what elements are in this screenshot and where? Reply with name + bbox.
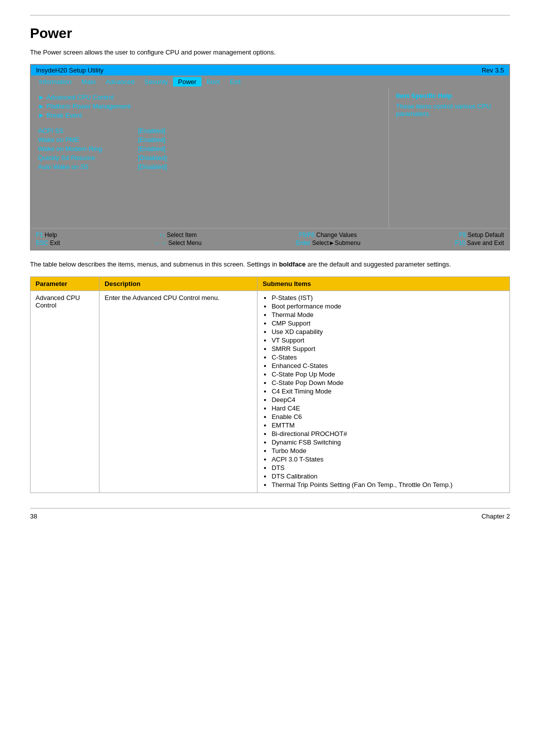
bios-setting-wake-modem[interactable]: Wake on Modem Ring [Enabled] <box>38 145 382 152</box>
setting-label: Quickly S4 Resume <box>38 154 138 162</box>
below-text: The table below describes the items, men… <box>30 260 510 270</box>
setting-value: [Disabled] <box>138 154 167 162</box>
f1-label: Help <box>44 232 57 238</box>
setting-label: Wake on Modem Ring <box>38 145 138 152</box>
list-item: Thermal Trip Points Setting (Fan On Temp… <box>272 481 504 488</box>
list-item: EMTTM <box>272 422 504 429</box>
list-item: Enable C6 <box>272 413 504 420</box>
setting-label: ACPI S3: <box>38 127 138 134</box>
f10-label: Save and Exit <box>467 240 504 246</box>
bios-setup-box: InsydeH20 Setup Utility Rev 3.5 Informat… <box>30 64 510 250</box>
f5f6-label: Change Values <box>316 232 357 238</box>
bios-nav-boot[interactable]: Boot <box>202 77 225 86</box>
bios-nav-power[interactable]: Power <box>173 77 202 86</box>
enter-key: Enter <box>296 240 312 246</box>
bios-nav-exit[interactable]: Exit <box>225 77 246 86</box>
intro-text: The Power screen allows the user to conf… <box>30 48 510 56</box>
arrow-icon: ► <box>38 112 44 119</box>
page-title: Power <box>30 26 510 42</box>
enter-label: Select►Submenu <box>312 240 360 246</box>
list-item: SMRR Support <box>272 345 504 352</box>
list-item: C-States <box>272 354 504 361</box>
bios-setting-wake-pme[interactable]: Wake on PME [Enabled] <box>38 136 382 144</box>
arrow-key: ↑↓ <box>159 232 166 238</box>
bios-nav-main[interactable]: Main <box>76 77 100 86</box>
bios-menu-break-event[interactable]: ► Break Event <box>38 112 382 119</box>
bios-nav-information[interactable]: Information <box>34 77 76 86</box>
bios-setting-acpi-s3[interactable]: ACPI S3: [Enabled] <box>38 127 382 134</box>
setting-label: Wake on PME <box>38 136 138 144</box>
param-cell: Advanced CPUControl <box>30 290 100 492</box>
footer-f1: F1 Help <box>36 232 57 238</box>
setting-value: [Enabled] <box>138 127 166 134</box>
col-header-parameter: Parameter <box>30 276 100 290</box>
bios-footer-line1: F1 Help ↑↓ Select Item F5/F6 Change Valu… <box>36 232 504 238</box>
bios-nav-bar: Information Main Advanced Security Power… <box>31 76 509 88</box>
chapter-label: Chapter 2 <box>482 512 510 520</box>
footer-f9: F9 Setup Default <box>459 232 504 238</box>
table-row: Advanced CPUControl Enter the Advanced C… <box>30 290 510 492</box>
arrow-icon: ► <box>38 94 44 101</box>
esc-key: ESC <box>36 240 50 246</box>
page-number: 38 <box>30 512 37 520</box>
list-item: Hard C4E <box>272 404 504 412</box>
list-item: C-State Pop Down Mode <box>272 379 504 386</box>
spacer <box>38 120 382 126</box>
bios-setting-auto-wake-s5[interactable]: Auto Wake on S5 [Disabled] <box>38 163 382 170</box>
f9-label: Setup Default <box>468 232 504 238</box>
footer-f5f6: F5/F6 Change Values <box>299 232 357 238</box>
top-rule <box>30 15 510 16</box>
list-item: ACPI 3.0 T-States <box>272 456 504 463</box>
lr-label: Select Menu <box>168 240 202 246</box>
bios-main-content: ► Advanced CPU Control ► Platform Power … <box>31 88 509 228</box>
footer-enter: Enter Select►Submenu <box>296 240 360 246</box>
list-item: P-States (IST) <box>272 294 504 302</box>
bios-footer: F1 Help ↑↓ Select Item F5/F6 Change Valu… <box>31 228 509 250</box>
f10-key: F10 <box>455 240 467 246</box>
bios-menu-platform-power[interactable]: ► Platform Power Management <box>38 102 382 110</box>
list-item: Enhanced C-States <box>272 362 504 370</box>
help-text: These items control various CPU paramate… <box>396 102 502 118</box>
footer-arrow-item: ↑↓ Select Item <box>159 232 196 238</box>
menu-item-label: Advanced CPU Control <box>46 94 114 101</box>
list-item: DTS <box>272 464 504 472</box>
bios-title: InsydeH20 Setup Utility <box>36 66 104 74</box>
bios-nav-advanced[interactable]: Advanced <box>100 77 140 86</box>
list-item: Thermal Mode <box>272 311 504 318</box>
page-footer: 38 Chapter 2 <box>30 508 510 520</box>
bios-title-bar: InsydeH20 Setup Utility Rev 3.5 <box>31 65 509 76</box>
bios-setting-quickly-s4[interactable]: Quickly S4 Resume [Disabled] <box>38 154 382 162</box>
setting-value: [Enabled] <box>138 136 166 144</box>
bios-footer-line2: ESC Exit ←→ Select Menu Enter Select►Sub… <box>36 240 504 246</box>
bios-menu-advanced-cpu[interactable]: ► Advanced CPU Control <box>38 94 382 101</box>
submenu-cell: P-States (IST) Boot performance mode The… <box>258 290 510 492</box>
menu-item-label: Break Event <box>46 112 82 119</box>
list-item: DeepC4 <box>272 396 504 404</box>
setting-value: [Enabled] <box>138 145 166 152</box>
f1-key: F1 <box>36 232 44 238</box>
list-item: Dynamic FSB Switching <box>272 438 504 446</box>
footer-esc: ESC Exit <box>36 240 60 246</box>
parameter-table: Parameter Description Submenu Items Adva… <box>30 276 510 493</box>
col-header-submenu: Submenu Items <box>258 276 510 290</box>
help-title: Item Specific Help <box>396 92 502 100</box>
esc-label: Exit <box>50 240 60 246</box>
description-cell: Enter the Advanced CPU Control menu. <box>100 290 258 492</box>
footer-f10: F10 Save and Exit <box>455 240 504 246</box>
list-item: VT Support <box>272 336 504 344</box>
arrow-icon: ► <box>38 102 44 110</box>
arrow-label: Select Item <box>167 232 197 238</box>
menu-item-label: Platform Power Management <box>46 102 130 110</box>
lr-key: ←→ <box>154 240 168 246</box>
col-header-description: Description <box>100 276 258 290</box>
bios-rev: Rev 3.5 <box>482 66 504 74</box>
footer-arrow-menu: ←→ Select Menu <box>154 240 202 246</box>
list-item: C4 Exit Timing Mode <box>272 388 504 395</box>
bios-nav-security[interactable]: Security <box>140 77 173 86</box>
submenu-list: P-States (IST) Boot performance mode The… <box>262 294 504 488</box>
setting-label: Auto Wake on S5 <box>38 163 138 170</box>
list-item: Use XD capability <box>272 328 504 336</box>
list-item: C-State Pop Up Mode <box>272 370 504 378</box>
bios-right-panel: Item Specific Help These items control v… <box>389 88 509 228</box>
f9-key: F9 <box>459 232 468 238</box>
